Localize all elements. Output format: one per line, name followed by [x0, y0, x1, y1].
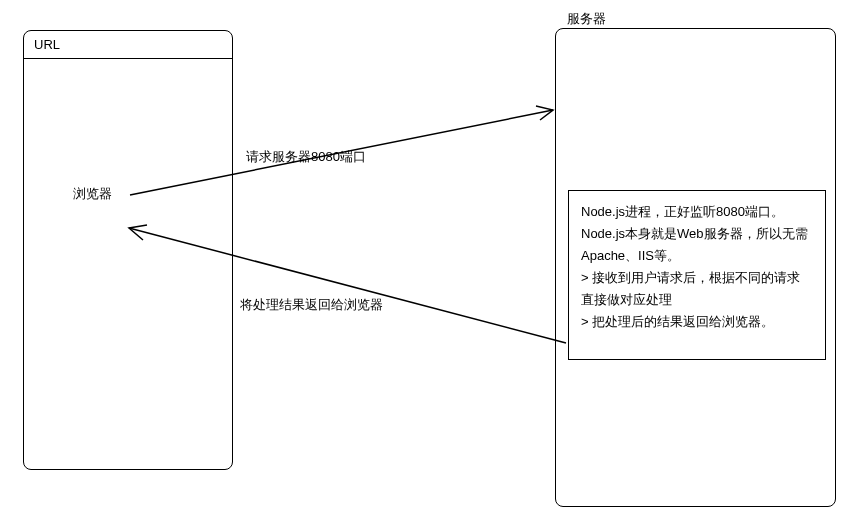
server-title-label: 服务器	[567, 10, 606, 28]
inner-line2: > 接收到用户请求后，根据不同的请求直接做对应处理	[581, 267, 813, 311]
url-label: URL	[34, 37, 60, 52]
inner-line1: Node.js进程，正好监听8080端口。Node.js本身就是Web服务器，所…	[581, 201, 813, 267]
server-inner-box: Node.js进程，正好监听8080端口。Node.js本身就是Web服务器，所…	[568, 190, 826, 360]
inner-line3: > 把处理后的结果返回给浏览器。	[581, 311, 813, 333]
url-header: URL	[24, 31, 232, 59]
response-arrow-label: 将处理结果返回给浏览器	[240, 296, 383, 314]
browser-box: URL	[23, 30, 233, 470]
browser-label: 浏览器	[73, 185, 112, 203]
request-arrow-label: 请求服务器8080端口	[246, 148, 366, 166]
